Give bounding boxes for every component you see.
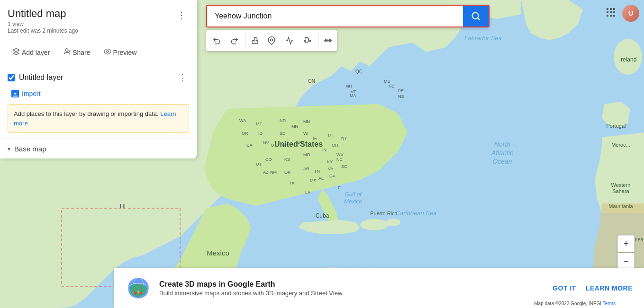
svg-point-79	[65, 49, 68, 51]
zoom-out-button[interactable]: −	[617, 253, 635, 270]
svg-text:MN: MN	[291, 124, 298, 129]
layer-section: Untitled layer ⋮ Import Add places to th…	[0, 65, 197, 139]
sidebar: Untitled map 1 view Last edit was 2 minu…	[0, 0, 197, 158]
import-button[interactable]: Import	[8, 88, 189, 99]
svg-text:WA: WA	[239, 118, 246, 123]
search-input[interactable]	[207, 6, 463, 26]
svg-text:ND: ND	[280, 118, 286, 123]
svg-text:MS: MS	[310, 178, 317, 183]
svg-line-84	[478, 18, 480, 20]
import-icon	[11, 90, 19, 97]
svg-text:GA: GA	[329, 174, 336, 178]
svg-text:NY: NY	[341, 136, 347, 141]
svg-text:AZ: AZ	[263, 170, 269, 175]
svg-text:CO: CO	[265, 157, 272, 162]
pan-button[interactable]	[245, 32, 262, 49]
svg-text:NS: NS	[398, 94, 404, 99]
svg-point-82	[107, 51, 109, 53]
svg-rect-93	[613, 8, 615, 10]
svg-text:NV: NV	[263, 141, 269, 145]
svg-text:MT: MT	[256, 122, 262, 126]
basemap-label: Base map	[14, 145, 46, 153]
svg-text:WV: WV	[336, 152, 344, 157]
banner-subtitle: Build immersive maps and stories with 3D…	[159, 290, 545, 297]
svg-rect-92	[610, 8, 612, 10]
svg-text:Portugal: Portugal	[607, 123, 626, 129]
map-title-section: Untitled map 1 view Last edit was 2 minu…	[8, 8, 174, 34]
svg-text:KS: KS	[284, 157, 290, 162]
add-layer-button[interactable]: Add layer	[8, 45, 54, 60]
banner-text: Create 3D maps in Google Earth Build imm…	[159, 280, 545, 297]
svg-text:Mexico: Mexico	[207, 249, 229, 257]
draw-line-button[interactable]	[281, 32, 298, 49]
svg-rect-97	[607, 15, 608, 17]
svg-text:VA: VA	[328, 167, 333, 171]
svg-text:QC: QC	[355, 69, 363, 74]
svg-text:AL: AL	[318, 176, 324, 181]
import-label: Import	[22, 90, 41, 97]
svg-text:IN: IN	[322, 148, 327, 152]
map-title: Untitled map	[8, 8, 174, 20]
apps-grid-button[interactable]	[605, 7, 617, 20]
svg-rect-95	[610, 11, 612, 13]
svg-text:PE: PE	[398, 88, 404, 93]
layer-title-row: Untitled layer	[8, 73, 63, 82]
hint-box: Add places to this layer by drawing or i…	[8, 104, 189, 133]
svg-text:TN: TN	[314, 169, 320, 174]
svg-point-85	[271, 39, 273, 41]
svg-text:Caribbean Sea: Caribbean Sea	[396, 210, 437, 217]
map-meta: 1 view Last edit was 2 minutes ago	[8, 21, 174, 34]
svg-rect-99	[613, 15, 615, 17]
svg-text:ID: ID	[258, 131, 263, 136]
measure-button[interactable]	[318, 32, 335, 49]
attribution-text: Map data ©2022 Google, INEGI	[534, 301, 601, 306]
redo-button[interactable]	[226, 32, 243, 49]
svg-point-87	[309, 40, 311, 42]
svg-text:Sahara: Sahara	[612, 188, 629, 194]
svg-text:United States: United States	[274, 140, 323, 148]
svg-rect-98	[610, 15, 612, 17]
svg-point-2	[360, 219, 389, 230]
preview-button[interactable]: Preview	[99, 45, 142, 60]
sidebar-menu-button[interactable]: ⋮	[174, 8, 189, 23]
share-button[interactable]: Share	[58, 45, 95, 60]
marker-button[interactable]	[263, 32, 280, 49]
banner-title: Create 3D maps in Google Earth	[159, 280, 545, 289]
sidebar-header: Untitled map 1 view Last edit was 2 minu…	[0, 0, 197, 40]
zoom-controls: + −	[617, 235, 635, 270]
banner-actions: GOT IT LEARN MORE	[553, 284, 633, 292]
svg-text:AR: AR	[303, 167, 309, 171]
layer-checkbox[interactable]	[8, 74, 15, 81]
banner-got-it-button[interactable]: GOT IT	[553, 284, 576, 292]
svg-text:Mauritania: Mauritania	[608, 203, 633, 209]
user-avatar[interactable]: U	[622, 5, 639, 22]
svg-text:SD: SD	[280, 131, 286, 136]
svg-text:UT: UT	[256, 162, 262, 167]
route-button[interactable]	[299, 32, 316, 49]
svg-text:NH: NH	[346, 84, 352, 88]
search-button[interactable]	[463, 6, 489, 26]
grid-icon	[605, 7, 617, 18]
layer-header: Untitled layer ⋮	[8, 71, 189, 84]
undo-button[interactable]	[208, 32, 225, 49]
layer-menu-button[interactable]: ⋮	[176, 71, 189, 84]
toolbar	[206, 30, 337, 51]
zoom-in-button[interactable]: +	[617, 235, 635, 252]
svg-rect-91	[607, 8, 608, 10]
svg-text:Western: Western	[611, 182, 631, 188]
svg-text:OH: OH	[332, 143, 338, 148]
banner-learn-more-button[interactable]: LEARN MORE	[586, 284, 633, 292]
svg-text:MN: MN	[303, 119, 310, 124]
svg-text:SC: SC	[341, 164, 347, 169]
svg-text:Gulf of: Gulf of	[345, 191, 362, 198]
terms-link[interactable]: Terms	[603, 301, 616, 306]
svg-point-86	[304, 40, 306, 42]
svg-text:ON: ON	[308, 79, 315, 84]
basemap-toggle[interactable]: ▾	[8, 146, 10, 152]
svg-text:NC: NC	[336, 157, 343, 162]
svg-text:Ireland: Ireland	[619, 56, 637, 63]
svg-text:MO: MO	[303, 152, 310, 157]
svg-text:OR: OR	[242, 131, 248, 136]
svg-text:Mexico: Mexico	[344, 198, 362, 205]
svg-text:MI: MI	[328, 133, 333, 138]
